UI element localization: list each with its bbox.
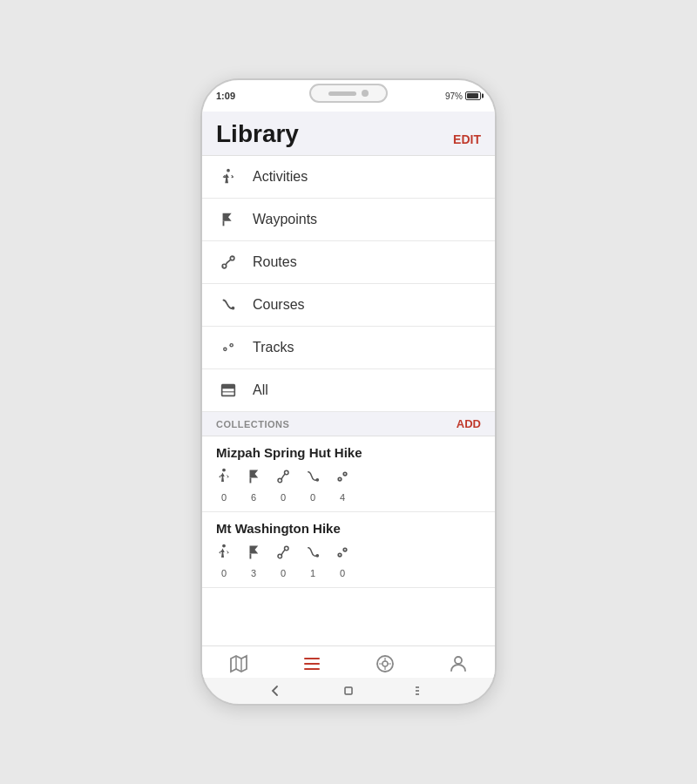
all-icon: [216, 378, 240, 402]
stat-activities-1: 0: [216, 467, 232, 503]
stat-tracks-icon-1: [335, 467, 350, 490]
collections-list: Mizpah Spring Hut Hike 0: [202, 436, 495, 645]
volume-silent-button: [200, 167, 202, 192]
android-recent-button[interactable]: [415, 683, 430, 699]
courses-label: Courses: [253, 297, 305, 313]
svg-point-12: [222, 469, 226, 472]
stat-figure-icon-1: [216, 467, 232, 490]
status-right: 97%: [445, 91, 481, 101]
phone-frame: 1:09 97% Library EDIT: [200, 78, 497, 706]
svg-point-16: [315, 478, 319, 482]
stat-figure-icon-2: [216, 543, 232, 566]
stat-tracks-1: 4: [335, 467, 350, 503]
svg-rect-36: [345, 687, 352, 694]
svg-point-35: [455, 657, 462, 664]
android-nav-bar: [202, 678, 495, 704]
svg-point-29: [344, 549, 346, 551]
status-time: 1:09: [216, 91, 235, 101]
stat-flag-icon-1: [246, 467, 261, 490]
svg-rect-13: [250, 478, 252, 483]
svg-point-21: [222, 544, 226, 548]
menu-item-routes[interactable]: Routes: [202, 241, 495, 284]
collections-header: COLLECTIONS ADD: [202, 412, 495, 436]
svg-point-25: [315, 554, 319, 558]
stat-courses-2: 1: [305, 543, 321, 578]
stat-routes-value-2: 0: [281, 568, 286, 578]
stat-activities-2: 0: [216, 543, 232, 578]
nav-library[interactable]: [301, 653, 322, 674]
menu-list: Activities Waypoints: [202, 156, 495, 412]
nav-map[interactable]: [228, 653, 249, 674]
stat-waypoints-2: 3: [246, 543, 261, 578]
page-title: Library: [216, 120, 299, 148]
svg-rect-10: [222, 385, 235, 389]
stat-waypoints-value-2: 3: [251, 568, 256, 578]
stat-routes-value-1: 0: [281, 492, 286, 503]
routes-icon: [216, 250, 240, 274]
stat-routes-icon-2: [275, 543, 291, 566]
page-header: Library EDIT: [202, 112, 495, 156]
collection-stats-1: 0 6: [216, 467, 481, 503]
stat-courses-icon-2: [305, 543, 321, 566]
svg-rect-1: [223, 221, 225, 226]
stat-tracks-icon-2: [335, 543, 350, 566]
bottom-nav: [202, 645, 495, 678]
menu-item-all[interactable]: All: [202, 369, 495, 412]
stat-courses-icon-1: [305, 467, 321, 490]
tracks-icon: [216, 335, 240, 360]
waypoints-label: Waypoints: [253, 212, 317, 227]
svg-point-0: [227, 169, 230, 172]
android-back-button[interactable]: [267, 683, 282, 699]
menu-item-activities[interactable]: Activities: [202, 156, 495, 199]
stat-activities-value-1: 0: [221, 492, 227, 503]
stat-activities-value-2: 0: [221, 568, 227, 578]
svg-point-19: [339, 478, 341, 480]
status-battery-pct: 97%: [445, 91, 463, 101]
stat-courses-value-1: 0: [310, 492, 315, 503]
svg-rect-22: [250, 554, 252, 559]
stat-routes-1: 0: [275, 467, 291, 503]
nav-profile[interactable]: [448, 653, 469, 674]
activities-label: Activities: [253, 169, 308, 185]
notch: [309, 84, 388, 103]
stat-waypoints-value-1: 6: [251, 492, 256, 503]
stat-routes-2: 0: [275, 543, 291, 578]
collection-stats-2: 0 3: [216, 543, 481, 578]
routes-label: Routes: [253, 254, 297, 270]
stat-flag-icon-2: [246, 543, 261, 566]
waypoints-icon: [216, 207, 240, 232]
svg-point-20: [344, 473, 346, 475]
stat-courses-value-2: 1: [310, 568, 315, 578]
nav-track[interactable]: [375, 653, 396, 674]
speaker: [328, 91, 356, 96]
volume-down-button: [200, 251, 202, 289]
camera: [362, 90, 369, 97]
menu-item-waypoints[interactable]: Waypoints: [202, 199, 495, 241]
android-home-button[interactable]: [341, 683, 356, 699]
battery-icon: [465, 91, 481, 100]
menu-item-tracks[interactable]: Tracks: [202, 327, 495, 369]
svg-point-7: [224, 348, 226, 350]
phone-screen: Library EDIT Activities: [202, 112, 495, 678]
power-button: [495, 185, 497, 228]
stat-tracks-value-2: 0: [340, 568, 345, 578]
stat-courses-1: 0: [305, 467, 321, 503]
collection-name-1: Mizpah Spring Hut Hike: [216, 445, 481, 460]
courses-icon: [216, 293, 240, 317]
collections-title: COLLECTIONS: [216, 419, 289, 429]
stat-waypoints-1: 6: [246, 467, 261, 503]
collection-item-2[interactable]: Mt Washington Hike 0: [202, 512, 495, 588]
edit-button[interactable]: EDIT: [453, 132, 481, 148]
svg-point-8: [231, 344, 233, 346]
stat-tracks-value-1: 4: [340, 492, 345, 503]
volume-up-button: [200, 202, 202, 240]
menu-item-courses[interactable]: Courses: [202, 284, 495, 327]
tracks-label: Tracks: [253, 340, 294, 355]
add-collection-button[interactable]: ADD: [457, 417, 481, 430]
svg-point-34: [382, 661, 388, 666]
svg-point-28: [339, 554, 341, 556]
status-bar: 1:09 97%: [202, 80, 495, 112]
all-label: All: [253, 382, 268, 398]
collection-item-1[interactable]: Mizpah Spring Hut Hike 0: [202, 436, 495, 512]
stat-routes-icon-1: [275, 467, 291, 490]
